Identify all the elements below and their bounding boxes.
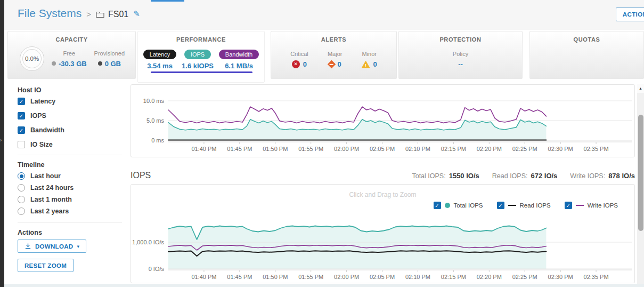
scroll-up-icon[interactable]: ▲ <box>637 84 644 93</box>
page-header: File Systems > FS01 ✎ <box>4 0 644 30</box>
svg-text:5.0 ms: 5.0 ms <box>146 117 165 124</box>
performance-body: Latency 3.54 ms IOPS 1.6 kIOPS Bandwidth… <box>138 49 264 70</box>
alerts-critical: Critical ✕0 <box>290 51 308 68</box>
latency-chart-panel: 10.0 ms5.0 ms0 ms01:40 PM01:45 PM01:50 P… <box>131 84 635 157</box>
svg-text:01:55 PM: 01:55 PM <box>298 146 323 152</box>
provisioned-value: 0 GB <box>105 60 121 68</box>
iops-chart[interactable]: 1,000.0 IO/s0 IO/s01:40 PM01:45 PM01:50 … <box>131 185 634 283</box>
svg-text:02:35 PM: 02:35 PM <box>584 274 609 280</box>
bandwidth-checkbox-icon[interactable]: ✓ <box>18 126 25 134</box>
scrollbar-thumb[interactable] <box>638 115 643 231</box>
svg-text:0 ms: 0 ms <box>151 137 164 144</box>
tab-protection[interactable]: PROTECTION Policy -- <box>398 31 523 79</box>
collapsed-nav-rail[interactable]: › <box>0 0 4 287</box>
legend-read-checkbox-icon[interactable]: ✓ <box>497 202 504 209</box>
tab-quotas[interactable]: QUOTAS <box>529 31 644 79</box>
stat-write-iops: Write IOPS: 878 IO/s <box>570 172 635 180</box>
capacity-title: CAPACITY <box>8 36 135 43</box>
last-1-month-label: Last 1 month <box>30 196 72 203</box>
svg-text:01:55 PM: 01:55 PM <box>298 274 323 280</box>
svg-text:02:10 PM: 02:10 PM <box>405 146 430 152</box>
alerts-minor: Minor !0 <box>362 51 377 68</box>
legend-total-label: Total IOPS <box>454 202 483 209</box>
svg-text:02:00 PM: 02:00 PM <box>334 146 359 152</box>
breadcrumb-separator: > <box>86 10 91 19</box>
last-1-month-radio-icon[interactable] <box>18 196 25 203</box>
legend-read-iops[interactable]: ✓ Read IOPS <box>497 202 551 209</box>
major-icon <box>327 60 336 69</box>
legend-write-checkbox-icon[interactable]: ✓ <box>565 202 572 209</box>
radio-last-24-hours[interactable]: Last 24 hours <box>18 184 74 192</box>
checkbox-latency[interactable]: ✓ Latency <box>18 98 55 105</box>
minor-count: 0 <box>373 60 377 68</box>
tab-performance[interactable]: PERFORMANCE Latency 3.54 ms IOPS 1.6 kIO… <box>137 31 265 83</box>
iops-pill: IOPS <box>184 50 211 59</box>
capacity-provisioned: Provisioned 0 GB <box>94 50 125 68</box>
checkbox-iops[interactable]: ✓ IOPS <box>18 112 46 119</box>
rail-expand-icon: › <box>0 138 2 143</box>
last-2-years-radio-icon[interactable] <box>18 208 25 215</box>
host-io-heading: Host IO <box>18 86 41 94</box>
reset-zoom-button[interactable]: RESET ZOOM <box>18 259 74 272</box>
svg-text:02:20 PM: 02:20 PM <box>477 146 502 152</box>
legend-total-checkbox-icon[interactable]: ✓ <box>434 202 441 209</box>
iops-checkbox-icon[interactable]: ✓ <box>18 112 25 119</box>
performance-latency: Latency 3.54 ms <box>143 49 177 70</box>
tab-alerts[interactable]: ALERTS Critical ✕0 Major 0 Minor !0 <box>271 31 397 79</box>
legend-write-iops[interactable]: ✓ Write IOPS <box>565 202 618 209</box>
checkbox-bandwidth[interactable]: ✓ Bandwidth <box>18 126 64 134</box>
read-iops-stat-label: Read IOPS: <box>492 172 528 180</box>
radio-last-1-month[interactable]: Last 1 month <box>18 196 72 203</box>
actions-button[interactable]: ACTIONS <box>616 7 644 21</box>
capacity-body: 0.0% Free -30.3 GB Provisioned 0 GB <box>8 46 135 71</box>
svg-text:0 IO/s: 0 IO/s <box>149 266 165 272</box>
major-label: Major <box>328 51 343 57</box>
minor-label: Minor <box>362 51 377 57</box>
critical-label: Critical <box>290 51 308 57</box>
bandwidth-value: 6.1 MB/s <box>219 62 259 70</box>
free-value: -30.3 GB <box>59 60 87 68</box>
svg-text:02:25 PM: 02:25 PM <box>512 146 537 152</box>
latency-value: 3.54 ms <box>143 62 177 70</box>
minor-icon: ! <box>362 61 370 68</box>
total-iops-stat-value: 1550 IO/s <box>449 172 479 180</box>
stat-total-iops: Total IOPS: 1550 IO/s <box>412 172 479 180</box>
alerts-major: Major 0 <box>328 51 343 68</box>
io-size-checkbox-icon[interactable] <box>18 141 25 148</box>
free-label: Free <box>52 50 87 57</box>
alerts-title: ALERTS <box>271 36 396 43</box>
svg-text:01:50 PM: 01:50 PM <box>263 274 288 280</box>
write-iops-stat-label: Write IOPS: <box>570 172 605 180</box>
bottom-strip <box>4 284 644 287</box>
tab-capacity[interactable]: CAPACITY 0.0% Free -30.3 GB Provisioned … <box>7 31 136 79</box>
breadcrumb-file-systems-link[interactable]: File Systems <box>18 7 81 20</box>
stat-read-iops: Read IOPS: 672 IO/s <box>492 172 558 180</box>
read-iops-stat-value: 672 IO/s <box>531 172 557 180</box>
legend-total-iops[interactable]: ✓ Total IOPS <box>434 202 483 209</box>
svg-text:10.0 ms: 10.0 ms <box>143 98 165 104</box>
radio-last-2-years[interactable]: Last 2 years <box>18 208 69 215</box>
latency-chart[interactable]: 10.0 ms5.0 ms0 ms01:40 PM01:45 PM01:50 P… <box>131 85 634 157</box>
latency-checkbox-label: Latency <box>30 98 55 105</box>
legend-write-label: Write IOPS <box>588 202 618 209</box>
iops-chart-panel: Click and Drag to Zoom 1,000.0 IO/s0 IO/… <box>131 184 635 283</box>
latency-checkbox-icon[interactable]: ✓ <box>18 98 25 105</box>
iops-stats: Total IOPS: 1550 IO/s Read IOPS: 672 IO/… <box>412 172 635 180</box>
edit-pencil-icon[interactable]: ✎ <box>133 9 140 19</box>
capacity-columns: Free -30.3 GB Provisioned 0 GB <box>44 50 132 68</box>
chart-options-sidebar: Host IO ✓ Latency ✓ IOPS ✓ Bandwidth IO … <box>4 81 128 287</box>
timeline-heading: Timeline <box>18 161 44 169</box>
legend-swatch-read-icon <box>508 205 516 206</box>
svg-text:01:40 PM: 01:40 PM <box>191 274 216 280</box>
download-button[interactable]: DOWNLOAD ▾ <box>18 240 86 253</box>
last-hour-radio-icon[interactable] <box>18 172 25 180</box>
last-24-hours-radio-icon[interactable] <box>18 184 25 192</box>
checkbox-io-size[interactable]: IO Size <box>18 141 53 148</box>
provisioned-dot-icon <box>98 61 102 66</box>
capacity-free: Free -30.3 GB <box>52 50 87 68</box>
last-2-years-label: Last 2 years <box>30 208 69 215</box>
svg-text:02:20 PM: 02:20 PM <box>477 274 502 280</box>
file-system-detail-page: File Systems > FS01 ✎ ACTIONS CAPACITY 0… <box>0 0 644 287</box>
radio-last-hour[interactable]: Last hour <box>18 172 61 180</box>
svg-text:02:15 PM: 02:15 PM <box>441 146 466 152</box>
